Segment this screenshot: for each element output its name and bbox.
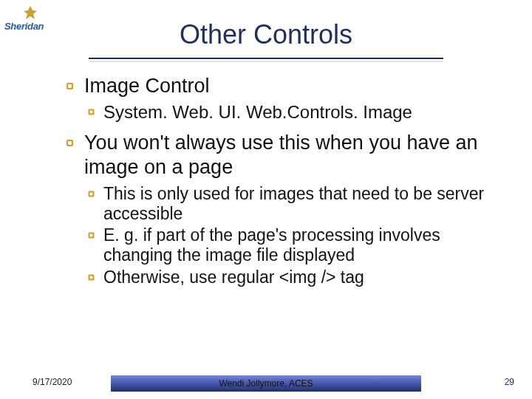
svg-rect-6: [68, 141, 72, 145]
bullet-level1: You won't always use this when you have …: [65, 131, 510, 180]
svg-rect-2: [68, 84, 72, 88]
svg-rect-4: [90, 111, 93, 114]
svg-rect-10: [90, 234, 93, 237]
bullet-icon: [87, 273, 95, 282]
bullet-level2: E. g. if part of the page's processing i…: [87, 225, 510, 265]
bullet-text: Image Control: [84, 75, 210, 97]
sub-bullet-group: This is only used for images that need t…: [87, 184, 510, 287]
svg-marker-0: [24, 6, 37, 19]
bullet-text: This is only used for images that need t…: [103, 184, 484, 223]
footer-author: Wendi Jollymore, ACES: [0, 378, 532, 389]
bullet-text: System. Web. UI. Web.Controls. Image: [103, 102, 412, 122]
bullet-level2: Otherwise, use regular <img /> tag: [87, 267, 510, 287]
bullet-icon: [65, 81, 75, 91]
svg-rect-12: [90, 276, 93, 279]
bullet-text: You won't always use this when you have …: [84, 132, 478, 178]
bullet-level2: This is only used for images that need t…: [87, 184, 510, 224]
slide-title: Other Controls: [0, 19, 532, 50]
svg-rect-8: [90, 193, 93, 196]
slide-footer: 9/17/2020 Wendi Jollymore, ACES 29: [0, 369, 532, 392]
bullet-level1: Image Control: [65, 74, 510, 98]
bullet-level2: System. Web. UI. Web.Controls. Image: [87, 102, 510, 123]
footer-page-number: 29: [505, 377, 514, 387]
slide-body: Image Control System. Web. UI. Web.Contr…: [65, 74, 510, 289]
bullet-icon: [65, 138, 75, 148]
bullet-icon: [87, 108, 95, 116]
bullet-text: Otherwise, use regular <img /> tag: [103, 267, 364, 287]
bullet-text: E. g. if part of the page's processing i…: [103, 225, 440, 265]
title-divider: [89, 58, 443, 62]
slide: Sheridan Other Controls Image Control Sy…: [0, 0, 532, 399]
bullet-icon: [87, 190, 95, 198]
bullet-icon: [87, 231, 95, 239]
